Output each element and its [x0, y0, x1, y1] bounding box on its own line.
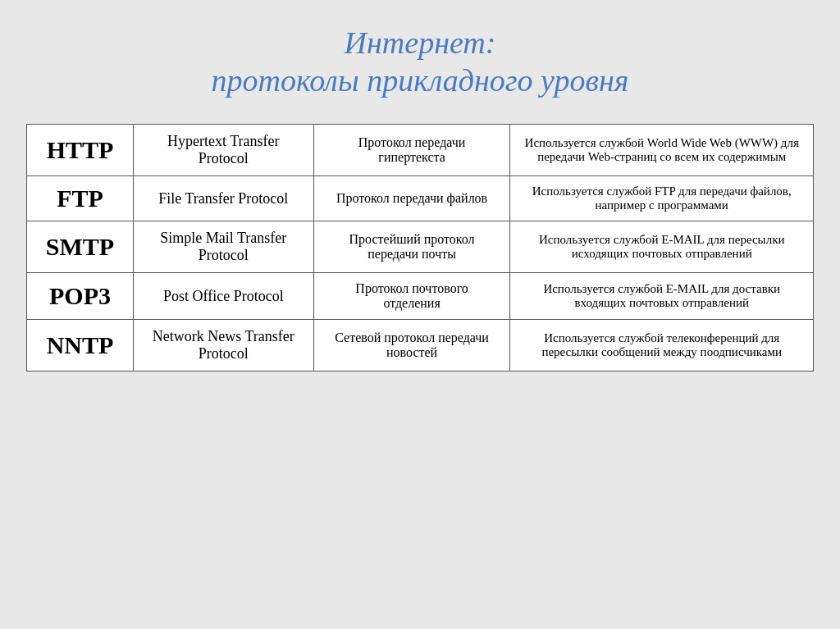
table-row: NNTPNetwork News Transfer ProtocolСетево… — [27, 320, 814, 371]
protocol-abbr: FTP — [27, 176, 134, 221]
protocol-name: Network News Transfer Protocol — [133, 320, 313, 371]
table-row: HTTPHypertext Transfer ProtocolПротокол … — [27, 125, 814, 176]
protocol-description: Сетевой протокол передачи новостей — [313, 320, 510, 371]
protocol-usage: Используется службой телеконференций для… — [510, 320, 814, 371]
protocol-description: Протокол передачи файлов — [313, 176, 510, 221]
protocols-table: HTTPHypertext Transfer ProtocolПротокол … — [26, 124, 814, 371]
protocol-usage: Используется службой FTP для передачи фа… — [510, 176, 814, 221]
protocol-name: Post Office Protocol — [133, 273, 313, 320]
protocol-name: Simple Mail Transfer Protocol — [133, 221, 313, 273]
title-line2: протоколы прикладного уровня — [212, 62, 629, 100]
protocol-usage: Используется службой World Wide Web (WWW… — [510, 125, 814, 176]
protocol-description: Протокол почтового отделения — [313, 273, 510, 320]
protocol-abbr: SMTP — [27, 221, 134, 273]
protocol-abbr: NNTP — [27, 320, 134, 371]
table-row: FTPFile Transfer ProtocolПротокол переда… — [27, 176, 814, 221]
protocol-description: Протокол передачи гипертекста — [313, 125, 510, 176]
title-line1: Интернет: — [212, 25, 629, 62]
title-section: Интернет: протоколы прикладного уровня — [195, 16, 646, 107]
protocol-name: Hypertext Transfer Protocol — [133, 125, 313, 176]
protocol-usage: Используется службой E-MAIL для доставки… — [510, 273, 814, 320]
protocol-description: Простейший протокол передачи почты — [313, 221, 510, 273]
protocol-name: File Transfer Protocol — [133, 176, 313, 221]
protocol-abbr: POP3 — [27, 273, 134, 320]
table-row: POP3Post Office ProtocolПротокол почтово… — [27, 273, 814, 320]
protocol-usage: Используется службой E-MAIL для пересылк… — [510, 221, 814, 273]
table-row: SMTPSimple Mail Transfer ProtocolПростей… — [27, 221, 814, 273]
protocol-abbr: HTTP — [27, 125, 134, 176]
